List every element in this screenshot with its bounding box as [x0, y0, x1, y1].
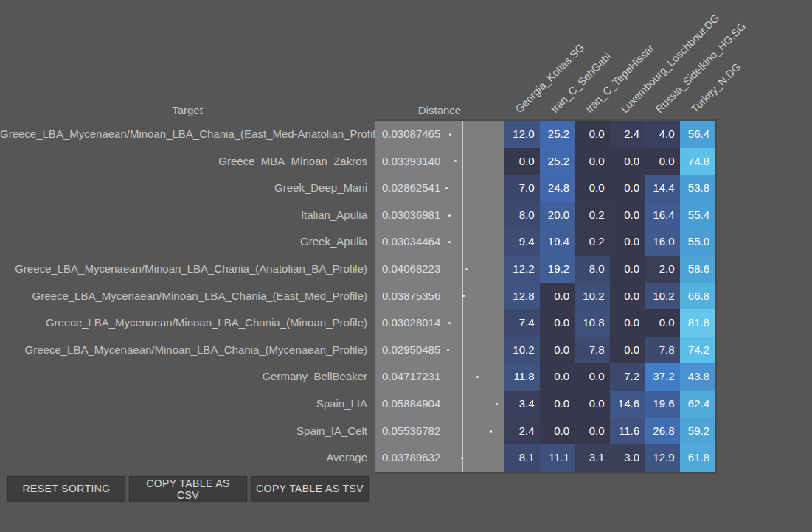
- distance-value: 0.04068223: [382, 262, 440, 275]
- distance-dot: [496, 403, 498, 405]
- target-label: Greek_Deep_Mani: [0, 175, 375, 202]
- heat-cell: 14.6: [610, 391, 645, 418]
- target-label: Average: [0, 444, 375, 472]
- distance-value: 0.03087465: [382, 127, 440, 140]
- distance-dot: [448, 214, 451, 217]
- copy-table-as-tsv-button[interactable]: COPY TABLE AS TSV: [251, 476, 369, 501]
- distance-dot: [461, 457, 463, 459]
- source-column-header[interactable]: Iran_C_TepeHissar: [583, 42, 656, 115]
- target-label: Greek_Apulia: [0, 228, 375, 256]
- heat-cell: 66.8: [680, 283, 715, 310]
- table-row: Average0.037896328.111.13.13.012.961.8: [0, 444, 812, 472]
- heat-cell: 24.8: [540, 175, 575, 202]
- heat-cell: 7.0: [504, 175, 540, 202]
- target-label: Italian_Apulia: [0, 202, 375, 229]
- distance-value: 0.04717231: [382, 370, 440, 382]
- source-column-header[interactable]: Iran_C_SehGabi: [548, 50, 613, 115]
- table-row: Greece_LBA_Mycenaean/Minoan_LBA_Chania_(…: [0, 337, 812, 364]
- heat-cell: 7.8: [575, 337, 610, 364]
- heat-cell: 0.0: [610, 256, 645, 283]
- target-label: Spain_IA_Celt: [0, 418, 375, 445]
- distance-value: 0.03393140: [382, 155, 440, 167]
- distance-dot: [448, 322, 451, 324]
- table-row: Greek_Apulia0.030344649.419.40.20.016.05…: [0, 228, 812, 256]
- heat-cell: 0.0: [610, 228, 645, 256]
- heat-cell: 0.0: [610, 283, 645, 310]
- heat-cell: 0.0: [575, 363, 610, 391]
- heat-cell: 12.8: [504, 283, 540, 310]
- heat-cell: 8.0: [575, 256, 610, 283]
- heat-cell: 0.2: [575, 202, 610, 229]
- distance-dot: [476, 376, 479, 378]
- heat-cell: 9.4: [504, 228, 540, 256]
- heat-cell: 81.8: [680, 309, 715, 337]
- table-row: Greece_LBA_Mycenaean/Minoan_LBA_Chania_(…: [0, 121, 812, 148]
- heat-cell: 3.4: [504, 391, 540, 418]
- distance-dot: [454, 160, 457, 162]
- table-row: Greece_LBA_Mycenaean/Minoan_LBA_Chania_(…: [0, 256, 812, 283]
- heat-cell: 43.8: [680, 363, 715, 391]
- heat-cell: 11.8: [504, 363, 540, 391]
- heat-cell: 12.9: [645, 444, 680, 472]
- copy-table-as-csv-button[interactable]: COPY TABLE AS CSV: [129, 476, 247, 501]
- distance-value: 0.03875356: [382, 290, 440, 302]
- distance-cell: 0.03875356: [375, 283, 504, 310]
- distance-cell: 0.04717231: [375, 363, 504, 391]
- heat-cell: 2.4: [504, 418, 540, 445]
- table-row: Greek_Deep_Mani0.028625417.024.80.00.014…: [0, 175, 812, 202]
- heat-cell: 0.0: [575, 148, 610, 175]
- heat-cell: 74.2: [680, 337, 715, 364]
- table-body: Greece_LBA_Mycenaean/Minoan_LBA_Chania_(…: [0, 121, 812, 472]
- table-row: Spain_LIA0.058849043.40.00.014.619.662.4: [0, 391, 812, 418]
- target-label: Greece_LBA_Mycenaean/Minoan_LBA_Chania_(…: [0, 256, 375, 283]
- heat-cell: 7.8: [645, 337, 680, 364]
- distance-dot: [465, 268, 468, 270]
- heat-cell: 19.2: [540, 256, 575, 283]
- heat-cell: 0.0: [645, 148, 680, 175]
- distance-cell: 0.03034464: [375, 228, 504, 256]
- heat-cell: 10.8: [575, 309, 610, 337]
- distance-value: 0.03036981: [382, 209, 440, 221]
- heat-cell: 0.0: [575, 391, 610, 418]
- distance-dot: [447, 349, 449, 351]
- heat-cell: 19.6: [645, 391, 680, 418]
- distance-heatmap-table: Target Distance Georgia_Kotias.SGIran_C_…: [0, 0, 812, 532]
- heat-cell: 10.2: [575, 283, 610, 310]
- distance-cell: 0.02862541: [375, 175, 504, 202]
- heat-cell: 0.0: [540, 363, 575, 391]
- distance-value: 0.03028014: [382, 316, 440, 329]
- heat-cell: 12.2: [504, 256, 540, 283]
- distance-cell: 0.03393140: [375, 148, 504, 175]
- heat-cell: 61.8: [680, 444, 715, 472]
- distance-dot: [490, 430, 492, 433]
- table-row: Germany_BellBeaker0.0471723111.80.00.07.…: [0, 363, 812, 391]
- heat-cell: 55.0: [680, 228, 715, 256]
- heat-cell: 0.0: [610, 309, 645, 337]
- distance-value: 0.03034464: [382, 235, 440, 248]
- table-row: Greece_MBA_Minoan_Zakros0.033931400.025.…: [0, 148, 812, 175]
- heat-cell: 12.0: [504, 121, 540, 148]
- distance-dot: [445, 187, 448, 189]
- heat-cell: 0.0: [610, 202, 645, 229]
- heat-cell: 0.0: [540, 337, 575, 364]
- target-column-header[interactable]: Target: [0, 104, 375, 116]
- reset-sorting-button[interactable]: RESET SORTING: [7, 476, 125, 501]
- heat-cell: 0.0: [610, 337, 645, 364]
- distance-value: 0.05884904: [382, 397, 440, 410]
- distance-cell: 0.03087465: [375, 121, 504, 148]
- distance-dot: [448, 241, 451, 243]
- heat-cell: 0.0: [610, 175, 645, 202]
- heat-cell: 16.0: [645, 228, 680, 256]
- heat-cell: 16.4: [645, 202, 680, 229]
- heat-cell: 11.6: [610, 418, 645, 445]
- heat-cell: 14.4: [645, 175, 680, 202]
- distance-cell: 0.03028014: [375, 309, 504, 337]
- heat-cell: 0.2: [575, 228, 610, 256]
- distance-column-header[interactable]: Distance: [375, 104, 504, 116]
- distance-value: 0.03789632: [382, 451, 440, 463]
- heat-cell: 25.2: [540, 148, 575, 175]
- target-label: Greece_LBA_Mycenaean/Minoan_LBA_Chania_(…: [0, 121, 375, 148]
- table-row: Greece_LBA_Mycenaean/Minoan_LBA_Chania_(…: [0, 309, 812, 337]
- heat-cell: 0.0: [575, 418, 610, 445]
- heat-cell: 62.4: [680, 391, 715, 418]
